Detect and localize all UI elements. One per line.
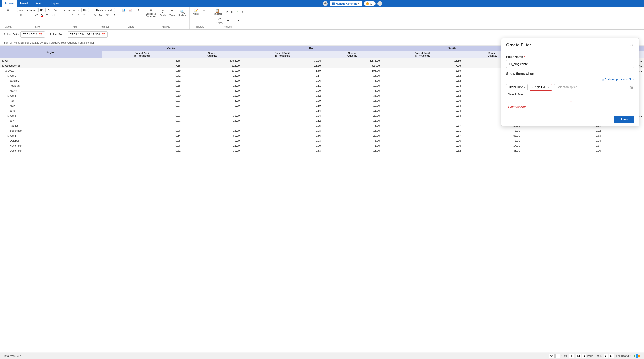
south-profit-header: Sum of Profitin Thousands	[382, 51, 463, 58]
table-cell: 0.89	[102, 68, 182, 73]
totals-button[interactable]: Σ Totals	[159, 9, 167, 17]
table-cell	[603, 143, 644, 148]
toggle-button[interactable]: Off	[364, 1, 375, 6]
align-label: Align	[73, 25, 78, 28]
more-actions-button[interactable]: ▾	[240, 10, 244, 14]
create-filter-panel: Create Filter × Filter Name * Show items…	[501, 38, 639, 126]
align-size-dropdown[interactable]: 18▾	[82, 8, 89, 12]
conditional-formatting-button[interactable]: ⊞ ConditionalFormatting	[144, 8, 158, 18]
chart-number-button[interactable]: 1.2	[134, 8, 140, 12]
table-cell: 36.00	[323, 93, 382, 98]
manage-columns-button[interactable]: ▦ Manage Columns ▾	[330, 1, 362, 6]
decimal-dec-button[interactable]: .0-	[111, 12, 117, 17]
decimal-inc-button[interactable]: .0+	[104, 12, 111, 17]
table-cell: 0.62	[382, 73, 463, 78]
save-button[interactable]: Save	[614, 116, 634, 123]
info-icon[interactable]: 🛈	[323, 1, 328, 6]
topn-button[interactable]: ⊤ Top n	[168, 9, 176, 17]
table-cell: 1.69	[382, 68, 463, 73]
tab-export[interactable]: Export	[48, 0, 63, 7]
table-cell: 0.18	[382, 103, 463, 108]
filter-button[interactable]: ⊟	[201, 9, 207, 15]
indent-left-button[interactable]: ⇤	[70, 12, 75, 17]
indent-right-button[interactable]: ⇥	[76, 12, 81, 17]
delete-condition-button[interactable]: 🗑	[629, 85, 634, 90]
expand-icon[interactable]: ⊟	[2, 64, 4, 67]
add-group-link[interactable]: ⊞ Add group	[602, 78, 618, 81]
align-top-button[interactable]: ⊤	[64, 12, 70, 17]
expand-icon[interactable]: ⊟	[8, 94, 9, 97]
align-center-button[interactable]: ≡	[67, 8, 71, 12]
notes-button[interactable]: 📝 Notes	[192, 8, 200, 16]
add-filter-link[interactable]: + Add filter	[621, 78, 634, 81]
chart-line-button[interactable]: 📈	[127, 8, 134, 12]
table-cell: 52.00	[463, 133, 522, 138]
table-cell	[603, 138, 644, 143]
tab-design[interactable]: Design	[31, 0, 47, 7]
filter-name-input[interactable]	[506, 60, 634, 68]
expand-icon[interactable]: ⊟	[8, 74, 9, 77]
select-period-input[interactable]: 07-01-2024 - 07-11-202 📅	[68, 32, 108, 38]
condition-type-select[interactable]: Single Da... ▾	[530, 84, 552, 91]
font-decrease-button[interactable]: A↓	[52, 8, 58, 12]
font-name-dropdown[interactable]: Inforiver Sans ▾	[17, 8, 38, 12]
borders-button[interactable]: ⊞	[44, 13, 50, 18]
table-cell: 1.89	[242, 68, 323, 73]
explorer-button[interactable]: 🔍 Explorer	[177, 9, 188, 17]
tab-insert[interactable]: Insert	[17, 0, 32, 7]
underline-button[interactable]: U	[28, 13, 33, 17]
add-group-icon: ⊞	[602, 78, 604, 81]
tab-home[interactable]: Home	[2, 0, 17, 7]
expand-icon[interactable]: ⊟	[5, 70, 7, 72]
wrap-text-button[interactable]: ↩	[81, 12, 86, 17]
table-cell: 0.06	[382, 98, 463, 103]
percent-button[interactable]: %	[92, 12, 98, 17]
currency-button[interactable]: $€	[98, 12, 104, 17]
font-size-caret: ▾	[43, 9, 44, 11]
eraser-button[interactable]: ⌫	[50, 13, 57, 18]
annotate-group: 📝 Notes ⊟ Annotate	[190, 8, 209, 28]
select-date-input[interactable]: 07-01-2024 📅	[20, 32, 45, 38]
condition-field-select[interactable]: Order Date ▾	[506, 84, 528, 90]
layout-button[interactable]: ⊞	[5, 8, 12, 14]
font-color-button[interactable]: A	[40, 12, 44, 18]
chart-bar-button[interactable]: 📊	[121, 8, 127, 12]
bold-button[interactable]: B	[19, 13, 24, 17]
redo-button[interactable]: ↪	[226, 18, 230, 23]
table-cell: 20.00	[323, 133, 382, 138]
expand-icon[interactable]: ⊟	[2, 60, 4, 62]
highlight-button[interactable]: 🖌	[34, 13, 39, 17]
align-right-button[interactable]: ≡	[72, 8, 76, 12]
table-cell: 7.00	[382, 63, 463, 68]
condition-option-select[interactable]: Select an option ▾	[554, 84, 627, 90]
select-date-option[interactable]: Select Date	[508, 92, 634, 96]
font-size-dropdown[interactable]: 12 ▾	[38, 8, 46, 12]
quick-format-dropdown[interactable]: Quick Format ▾	[95, 8, 115, 12]
excel-button[interactable]: X	[235, 10, 240, 14]
expand-icon[interactable]: ⊟	[8, 134, 9, 137]
display-button[interactable]: ⚙ Display	[215, 16, 225, 24]
table-cell: -0.00	[242, 88, 323, 93]
templates-button[interactable]: 📋 Templates	[211, 8, 224, 16]
table-row-label: January	[0, 78, 102, 83]
table-row-label: April	[0, 98, 102, 103]
align-left-button[interactable]: ≡	[62, 8, 66, 12]
table-cell: 0.03	[102, 98, 182, 103]
table-cell: 0.83	[242, 148, 323, 153]
table-cell: 18.00	[323, 73, 382, 78]
undo-button[interactable]: ↩	[224, 10, 229, 14]
info-btn-2[interactable]: ℹ	[378, 1, 382, 6]
table-cell: 11.00	[323, 118, 382, 123]
table-cell	[183, 123, 242, 128]
layout2-button[interactable]: ⊞	[230, 10, 235, 14]
font-increase-button[interactable]: A↑	[46, 8, 52, 12]
manage-columns-label: Manage Columns	[336, 2, 357, 5]
refresh-button[interactable]: ↺	[231, 18, 236, 23]
panel-close-button[interactable]: ×	[629, 42, 634, 48]
table-cell: 6.00	[323, 138, 382, 143]
table-cell: 12.00	[323, 83, 382, 88]
expand-icon[interactable]: ⊟	[8, 114, 9, 117]
more-actions-btn2[interactable]: ▾	[236, 18, 240, 23]
row-height-button[interactable]: ↕	[77, 8, 81, 12]
italic-button[interactable]: I	[24, 13, 28, 17]
